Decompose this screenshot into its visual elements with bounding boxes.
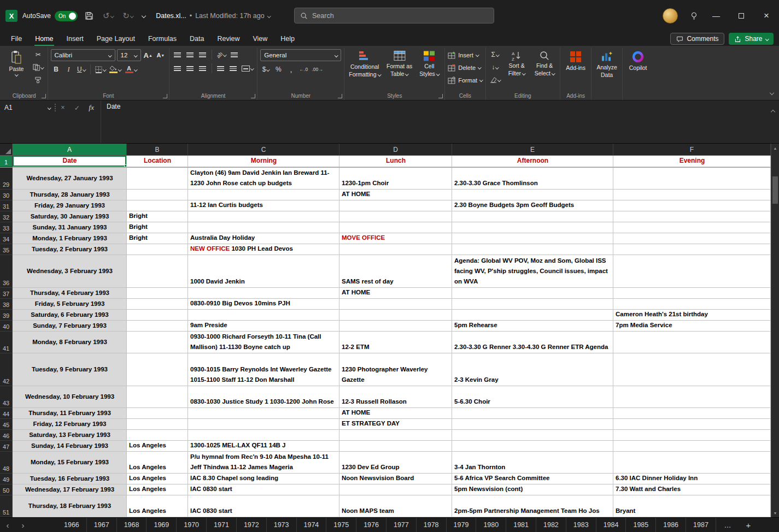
cell[interactable] — [613, 386, 771, 408]
cell[interactable]: 5pm Rehearse — [452, 321, 613, 332]
row-header-41[interactable]: 41 — [0, 332, 13, 353]
find-select-button[interactable]: Find & Select — [532, 49, 557, 78]
sheet-tab-1983[interactable]: 1983 — [566, 518, 596, 532]
document-title[interactable]: Dates.xl... • Last Modified: 17h ago — [156, 12, 270, 20]
cell[interactable]: Monday, 1 February 1993 — [13, 233, 127, 244]
ribbon-collapse-button[interactable] — [770, 87, 774, 97]
align-bottom-button[interactable] — [197, 49, 208, 60]
avatar[interactable] — [663, 8, 678, 23]
cell[interactable] — [613, 419, 771, 430]
cell[interactable] — [613, 244, 771, 255]
column-header-B[interactable]: B — [127, 144, 188, 155]
cell[interactable]: 12-2 ETM — [339, 332, 452, 353]
cell[interactable] — [613, 332, 771, 353]
sheet-tab-1985[interactable]: 1985 — [626, 518, 656, 532]
row-header-45[interactable]: 45 — [0, 419, 13, 430]
copy-button[interactable] — [32, 62, 45, 73]
cut-button[interactable]: ✂ — [32, 49, 45, 60]
cell[interactable]: Australia Day Holiday — [188, 233, 339, 244]
wrap-text-button[interactable] — [229, 49, 239, 60]
cell[interactable] — [452, 441, 613, 452]
row-header-46[interactable]: 46 — [0, 430, 13, 441]
cell[interactable]: Monday, 8 February 1993 — [13, 332, 127, 353]
cell[interactable] — [452, 430, 613, 441]
row-header-48[interactable]: 48 — [0, 452, 13, 474]
font-name-combobox[interactable]: Calibri — [51, 49, 115, 61]
row-header-37[interactable]: 37 — [0, 288, 13, 299]
cell[interactable]: Los Angeles — [127, 484, 188, 495]
cell[interactable] — [452, 211, 613, 222]
cell[interactable]: Wednesday, 27 January 1993 — [13, 168, 127, 190]
cell[interactable]: 6.30 IAC Dinner Holiday Inn — [613, 474, 771, 484]
scroll-up-button[interactable]: ▲ — [771, 144, 779, 152]
cell[interactable] — [127, 321, 188, 332]
increase-decimal-button[interactable]: ←.0 — [298, 64, 309, 75]
cell[interactable]: 7.30 Watt and Charles — [613, 484, 771, 495]
cell[interactable] — [613, 200, 771, 211]
column-header-E[interactable]: E — [452, 144, 613, 155]
insert-function-button[interactable]: fx — [84, 101, 98, 115]
sheet-tab-1979[interactable]: 1979 — [447, 518, 477, 532]
delete-cells-button[interactable]: Delete — [448, 62, 482, 73]
menu-tab-page-layout[interactable]: Page Layout — [90, 32, 142, 46]
lightbulb-button[interactable] — [688, 10, 700, 21]
cell[interactable]: 0830-0910 Big Devos 10mins PJH — [188, 299, 339, 310]
cell[interactable]: 2-3 Kevin Gray — [452, 353, 613, 386]
insert-cells-button[interactable]: Insert — [448, 49, 482, 61]
sheet-tab-1970[interactable]: 1970 — [177, 518, 207, 532]
cell[interactable]: Friday, 5 February 1993 — [13, 299, 127, 310]
cell[interactable]: SAMS rest of day — [339, 255, 452, 288]
cell[interactable] — [188, 430, 339, 441]
row-header-30[interactable]: 30 — [0, 190, 13, 200]
row-header-50[interactable]: 50 — [0, 484, 13, 495]
font-dialog-launcher[interactable] — [163, 94, 167, 98]
font-color-button[interactable]: A — [124, 64, 138, 75]
sheet-tab-1971[interactable]: 1971 — [207, 518, 237, 532]
cell[interactable] — [339, 299, 452, 310]
column-header-F[interactable]: F — [613, 144, 771, 155]
row-header-47[interactable]: 47 — [0, 441, 13, 452]
cell[interactable]: 1230 Photographer Waverley Gazette — [339, 353, 452, 386]
cell[interactable]: Bright — [127, 222, 188, 233]
clear-button[interactable] — [489, 74, 502, 85]
cell[interactable]: Bright — [127, 233, 188, 244]
cell[interactable]: Thursday, 18 February 1993 — [13, 495, 127, 517]
cell[interactable]: 1000 David Jenkin — [188, 255, 339, 288]
cell[interactable]: P/u hymnal from Rec'n 9-10 Aba Mpesha 10… — [188, 452, 339, 474]
cell[interactable]: Thursday, 11 February 1993 — [13, 408, 127, 419]
cell[interactable]: Thursday, 28 January 1993 — [13, 190, 127, 200]
sheet-tab-1968[interactable]: 1968 — [117, 518, 147, 532]
search-box[interactable]: Search — [294, 8, 494, 23]
paste-button[interactable]: Paste — [4, 49, 29, 77]
sort-filter-button[interactable]: AZ Sort & Filter — [504, 49, 529, 78]
cell[interactable]: Tuesday, 2 February 1993 — [13, 244, 127, 255]
accounting-format-button[interactable]: $ — [260, 64, 271, 75]
more-sheets-button[interactable]: … — [716, 518, 740, 532]
maximize-button[interactable] — [729, 0, 754, 32]
scrollbar-thumb[interactable] — [772, 176, 778, 204]
row-header-39[interactable]: 39 — [0, 310, 13, 321]
cell[interactable]: Saturday, 13 February 1993 — [13, 430, 127, 441]
cell[interactable] — [613, 255, 771, 288]
cell[interactable] — [452, 408, 613, 419]
number-dialog-launcher[interactable] — [338, 94, 342, 98]
autosum-button[interactable]: Σ — [489, 49, 502, 60]
cell[interactable] — [127, 332, 188, 353]
cancel-formula-button[interactable]: × — [56, 101, 70, 115]
align-left-button[interactable] — [172, 63, 183, 74]
cell[interactable]: Noon MAPS team — [339, 495, 452, 517]
sheet-tab-1987[interactable]: 1987 — [686, 518, 716, 532]
cell[interactable]: Los Angeles — [127, 495, 188, 517]
cell[interactable]: Wednesday, 17 February 1993 — [13, 484, 127, 495]
cell[interactable] — [339, 211, 452, 222]
formula-bar-collapse-button[interactable] — [771, 106, 775, 116]
cell[interactable]: Clayton (46) 9am David Jenkin Ian Brewar… — [188, 168, 339, 190]
alignment-dialog-launcher[interactable] — [251, 94, 255, 98]
cell[interactable]: IAC 0830 start — [188, 484, 339, 495]
add-ins-button[interactable]: Add-ins — [563, 49, 588, 91]
row-header-40[interactable]: 40 — [0, 321, 13, 332]
format-painter-button[interactable] — [32, 74, 45, 85]
menu-tab-data[interactable]: Data — [183, 32, 210, 46]
italic-button[interactable]: I — [63, 64, 74, 75]
cell[interactable]: Bright — [127, 211, 188, 222]
